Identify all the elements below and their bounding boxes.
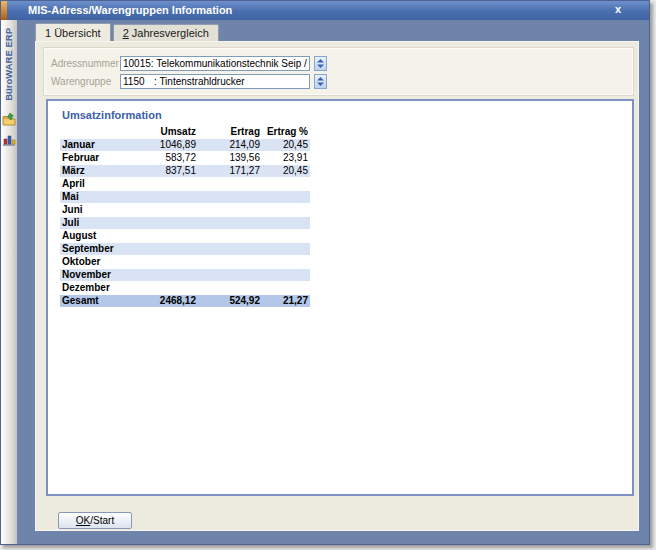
mis-window: MIS-Adress/Warengruppen Information x Bü… bbox=[0, 0, 650, 545]
table-row: April bbox=[60, 178, 310, 190]
table-row: Juli bbox=[60, 217, 310, 229]
titlebar: MIS-Adress/Warengruppen Information x bbox=[1, 1, 649, 20]
tab-uebersicht[interactable]: 1 Übersicht bbox=[35, 23, 111, 41]
adressnummer-spinner-button[interactable] bbox=[314, 56, 327, 71]
table-row: Januar 1046,89 214,09 20,45 bbox=[60, 139, 310, 151]
umsatz-panel-title: Umsatzinformation bbox=[62, 109, 162, 121]
table-row: Dezember bbox=[60, 282, 310, 294]
warengruppe-label: Warengruppe bbox=[51, 76, 120, 87]
titlebar-accent bbox=[1, 1, 7, 20]
window-title: MIS-Adress/Warengruppen Information bbox=[28, 4, 232, 16]
umsatz-table: Umsatz Ertrag Ertrag % Januar 1046,89 21… bbox=[60, 125, 310, 308]
adressnummer-label: Adressnummer bbox=[51, 58, 120, 69]
table-row: August bbox=[60, 230, 310, 242]
table-row: November bbox=[60, 269, 310, 281]
table-row: Juni bbox=[60, 204, 310, 216]
table-row: Februar 583,72 139,56 23,91 bbox=[60, 152, 310, 164]
filter-groupbox: Adressnummer 10015: Telekommunikationste… bbox=[44, 48, 633, 95]
warengruppe-code: 1150 bbox=[123, 75, 154, 88]
up-down-arrows-icon bbox=[317, 59, 324, 68]
warengruppe-spinner-button[interactable] bbox=[314, 74, 327, 89]
umsatz-column-header: Umsatz bbox=[138, 126, 198, 138]
adressnummer-field[interactable]: 10015: Telekommunikationstechnik Seip / … bbox=[120, 56, 310, 71]
close-icon[interactable]: x bbox=[611, 3, 625, 17]
warengruppe-name: : Tintenstrahldrucker bbox=[154, 76, 245, 87]
table-row: September bbox=[60, 243, 310, 255]
table-row: März 837,51 171,27 20,45 bbox=[60, 165, 310, 177]
statistics-chart-icon[interactable] bbox=[2, 133, 16, 147]
open-folder-icon[interactable] bbox=[2, 112, 16, 126]
table-header-row: Umsatz Ertrag Ertrag % bbox=[60, 126, 310, 138]
tab-bar: 1 Übersicht 2 Jahresvergleich bbox=[35, 24, 221, 41]
content-panel: Adressnummer 10015: Telekommunikationste… bbox=[35, 41, 639, 531]
table-total-row: Gesamt 2468,12 524,92 21,27 bbox=[60, 295, 310, 307]
tab-jahresvergleich[interactable]: 2 Jahresvergleich bbox=[113, 24, 219, 41]
sidebar: BüroWARE ERP bbox=[1, 20, 17, 544]
brand-vertical-text: BüroWARE ERP bbox=[3, 28, 14, 101]
ok-start-button-label: /Start bbox=[90, 515, 114, 526]
umsatz-panel: Umsatzinformation Umsatz Ertrag Ertrag %… bbox=[46, 99, 634, 496]
ok-start-button[interactable]: OK/Start bbox=[58, 512, 132, 529]
tab-uebersicht-label: 1 Übersicht bbox=[45, 27, 101, 39]
month-column-header bbox=[60, 126, 138, 138]
ertrag-column-header: Ertrag bbox=[198, 126, 262, 138]
table-row: Mai bbox=[60, 191, 310, 203]
adressnummer-row: Adressnummer 10015: Telekommunikationste… bbox=[51, 55, 327, 71]
warengruppe-row: Warengruppe 1150: Tintenstrahldrucker bbox=[51, 73, 327, 89]
ertrag-pct-column-header: Ertrag % bbox=[262, 126, 310, 138]
up-down-arrows-icon bbox=[317, 77, 324, 86]
ok-start-button-mnemonic: OK bbox=[76, 515, 90, 526]
warengruppe-field[interactable]: 1150: Tintenstrahldrucker bbox=[120, 74, 310, 89]
table-row: Oktober bbox=[60, 256, 310, 268]
tab-jahresvergleich-label: Jahresvergleich bbox=[129, 27, 209, 39]
